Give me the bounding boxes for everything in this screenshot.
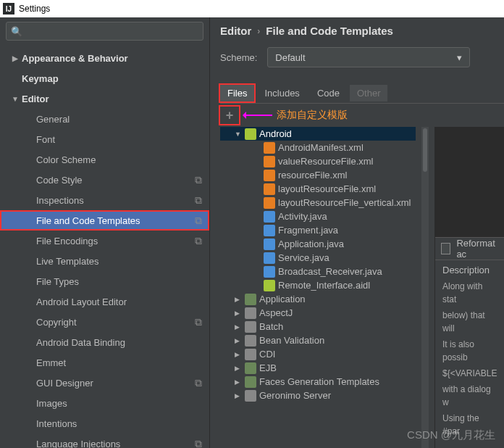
template-item[interactable]: ▶Bean Validation — [220, 333, 416, 347]
breadcrumb: Editor › File and Code Templates — [220, 25, 504, 37]
sidebar-item[interactable]: ▶Emmet — [0, 352, 209, 373]
android-icon — [245, 128, 256, 140]
template-label: Geronimo Server — [259, 390, 331, 401]
sidebar-item[interactable]: Intentions — [0, 413, 209, 434]
template-item[interactable]: ▶Batch — [220, 320, 416, 333]
breadcrumb-page: File and Code Templates — [266, 25, 393, 37]
scrollbar[interactable] — [421, 127, 429, 448]
app-icon: IJ — [3, 3, 14, 14]
template-item[interactable]: Broadcast_Receiver.java — [220, 265, 416, 278]
sidebar-item[interactable]: ▶Appearance & Behavior — [0, 48, 209, 68]
template-label: Activity.java — [278, 211, 327, 222]
settings-tree[interactable]: ▶Appearance & BehaviorKeymap▼Editor▶Gene… — [0, 45, 209, 448]
xml-icon — [264, 156, 275, 167]
template-item[interactable]: valueResourceFile.xml — [220, 154, 416, 168]
template-item[interactable]: ▶CDI — [220, 347, 416, 361]
reformat-checkbox[interactable] — [441, 243, 450, 254]
sidebar-item[interactable]: File Encodings⧉ — [0, 231, 209, 251]
xml-icon — [264, 197, 275, 209]
titlebar: IJ Settings — [0, 0, 504, 17]
template-label: layoutResourceFile_vertical.xml — [278, 197, 411, 208]
template-item[interactable]: AndroidManifest.xml — [220, 141, 416, 154]
annotation-text: 添加自定义模版 — [277, 109, 348, 122]
reformat-row: Reformat ac — [435, 237, 504, 260]
java-icon — [264, 238, 275, 250]
template-item[interactable]: ▶Application — [220, 292, 416, 306]
description-body: Along with stat below) that will It is a… — [435, 280, 504, 448]
folder-icon — [245, 294, 256, 305]
template-label: resourceFile.xml — [278, 170, 347, 181]
template-item[interactable]: ▶EJB — [220, 361, 416, 375]
sidebar-item[interactable]: ▼Editor — [0, 88, 209, 109]
sidebar-item-label: GUI Designer — [36, 378, 93, 389]
scheme-select[interactable]: Default ▾ — [267, 47, 470, 67]
sidebar-item-label: Editor — [22, 94, 49, 104]
sidebar-item-label: Color Scheme — [36, 154, 96, 165]
sidebar-item-label: Emmet — [36, 357, 66, 368]
sidebar-item[interactable]: Live Templates — [0, 251, 209, 271]
template-label: Application — [259, 294, 306, 304]
template-label: AndroidManifest.xml — [278, 142, 364, 153]
sidebar-item[interactable]: File and Code Templates⧉ — [0, 210, 209, 231]
template-item[interactable]: resourceFile.xml — [220, 168, 416, 182]
sidebar-item[interactable]: ▶Copyright⧉ — [0, 312, 209, 332]
sidebar-item[interactable]: GUI Designer⧉ — [0, 373, 209, 393]
scope-icon: ⧉ — [195, 316, 202, 328]
tree-arrow-icon: ▶ — [235, 351, 242, 358]
sidebar-item[interactable]: Font — [0, 129, 209, 149]
sidebar-item[interactable]: Inspections⧉ — [0, 190, 209, 210]
gen-icon — [245, 307, 256, 319]
scheme-label: Scheme: — [220, 52, 257, 63]
template-item[interactable]: ▶AspectJ — [220, 306, 416, 320]
search-row: 🔍 — [0, 17, 209, 45]
template-tree[interactable]: ▼AndroidAndroidManifest.xmlvalueResource… — [220, 127, 416, 448]
java-icon — [264, 266, 275, 278]
annotation-arrow — [243, 115, 272, 116]
template-item[interactable]: ▶Faces Generation Templates — [220, 375, 416, 389]
template-item[interactable]: layoutResourceFile.xml — [220, 182, 416, 196]
sidebar-item-label: Images — [36, 398, 67, 409]
template-label: Faces Generation Templates — [259, 376, 379, 387]
sidebar-item[interactable]: Keymap — [0, 68, 209, 88]
sidebar-item[interactable]: ▶Color Scheme — [0, 149, 209, 170]
template-item[interactable]: Service.java — [220, 251, 416, 265]
add-template-button[interactable]: + — [220, 107, 239, 124]
tab-files[interactable]: Files — [220, 85, 254, 101]
reformat-label: Reformat ac — [456, 238, 498, 260]
template-item[interactable]: Remote_Interface.aidl — [220, 278, 416, 292]
gen-icon — [245, 335, 256, 347]
sidebar-item-label: Language Injections — [36, 439, 120, 449]
template-label: Broadcast_Receiver.java — [278, 266, 382, 277]
scope-icon: ⧉ — [195, 377, 202, 389]
right-pane: Reformat ac Description Along with stat … — [434, 127, 504, 448]
sidebar-item[interactable]: Images — [0, 393, 209, 413]
template-item[interactable]: ▶Geronimo Server — [220, 389, 416, 402]
sidebar-item-label: File and Code Templates — [36, 215, 140, 226]
xml-icon — [264, 142, 275, 154]
tab-code[interactable]: Code — [310, 85, 347, 101]
scheme-row: Scheme: Default ▾ — [220, 47, 504, 67]
template-label: AspectJ — [259, 307, 293, 318]
template-item[interactable]: Activity.java — [220, 210, 416, 223]
sidebar-item[interactable]: ▶Code Style⧉ — [0, 170, 209, 190]
template-label: EJB — [259, 362, 277, 373]
search-input[interactable]: 🔍 — [6, 22, 203, 41]
template-item[interactable]: Fragment.java — [220, 223, 416, 237]
window-title: Settings — [19, 4, 50, 14]
sidebar-item[interactable]: File Types — [0, 271, 209, 291]
template-label: layoutResourceFile.xml — [278, 183, 376, 194]
content: Editor › File and Code Templates Scheme:… — [210, 17, 504, 448]
tree-arrow-icon: ▶ — [235, 378, 242, 386]
description-header: Description — [435, 260, 504, 280]
tab-includes[interactable]: Includes — [257, 85, 306, 101]
sidebar-item[interactable]: ▶Language Injections⧉ — [0, 434, 209, 448]
xml-icon — [264, 183, 275, 195]
sidebar-item[interactable]: Android Layout Editor — [0, 291, 209, 312]
template-item[interactable]: Application.java — [220, 237, 416, 251]
template-item[interactable]: layoutResourceFile_vertical.xml — [220, 196, 416, 210]
sidebar-item[interactable]: ▶General — [0, 109, 209, 129]
tab-other[interactable]: Other — [350, 85, 388, 101]
template-item[interactable]: ▼Android — [220, 127, 416, 141]
template-toolbar: + 添加自定义模版 — [220, 104, 504, 127]
sidebar-item[interactable]: Android Data Binding — [0, 332, 209, 352]
